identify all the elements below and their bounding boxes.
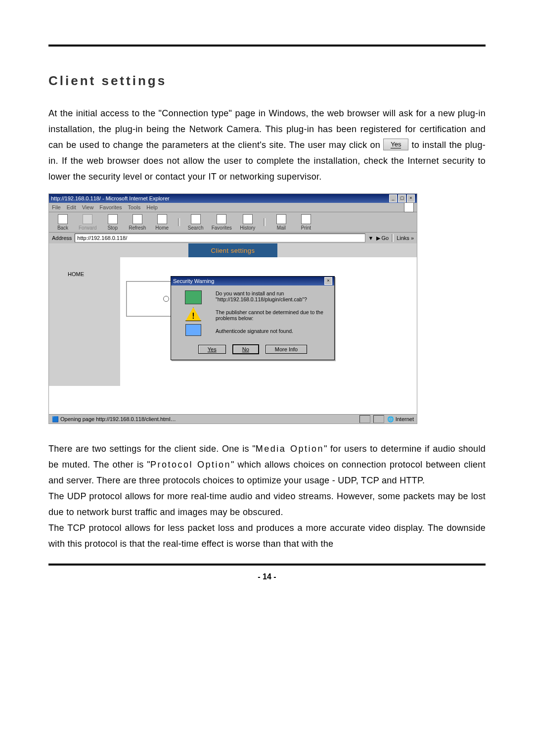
tb-stop-label: Stop bbox=[107, 225, 118, 231]
refresh-icon bbox=[133, 214, 142, 224]
menu-file[interactable]: File bbox=[52, 204, 61, 210]
ie-logo-icon bbox=[404, 202, 414, 212]
dialog-moreinfo-button[interactable]: More Info bbox=[266, 345, 307, 354]
menu-view[interactable]: View bbox=[82, 204, 94, 210]
favorites-icon bbox=[217, 214, 226, 224]
bottom-rule bbox=[48, 564, 486, 566]
inline-yes-text: Yes bbox=[391, 141, 401, 148]
protocol-option-term: Protocol Option bbox=[150, 460, 231, 470]
dialog-more-label: More Info bbox=[275, 346, 298, 352]
tb-home[interactable]: Home bbox=[153, 214, 171, 231]
status-text: Opening page http://192.168.0.118/client… bbox=[60, 416, 176, 422]
screenshot-ie-window: http://192.168.0.118/ - Microsoft Intern… bbox=[48, 193, 417, 424]
dialog-title-text: Security Warning bbox=[173, 278, 214, 284]
address-label: Address bbox=[52, 235, 72, 241]
tb-print-label: Print bbox=[301, 225, 312, 231]
home-icon bbox=[157, 214, 167, 224]
top-rule bbox=[48, 45, 486, 47]
address-value: http://192.168.0.118/ bbox=[77, 235, 127, 241]
warning-icon: ! bbox=[185, 307, 201, 321]
status-cell bbox=[359, 415, 370, 423]
tb-refresh[interactable]: Refresh bbox=[129, 214, 146, 231]
tb-favorites[interactable]: Favorites bbox=[212, 214, 232, 231]
tb-mail-label: Mail bbox=[277, 225, 286, 231]
tb-back-label: Back bbox=[57, 225, 68, 231]
ie-titlebar: http://192.168.0.118/ - Microsoft Intern… bbox=[49, 194, 417, 203]
ie-menubar: File Edit View Favorites Tools Help bbox=[49, 203, 417, 212]
maximize-icon[interactable]: ▢ bbox=[398, 194, 406, 202]
content-sidebar bbox=[49, 257, 120, 386]
inline-yes-chip: Yes bbox=[383, 139, 408, 150]
dialog-no-button[interactable]: No bbox=[233, 345, 259, 354]
ie-title-text: http://192.168.0.118/ - Microsoft Intern… bbox=[51, 195, 170, 201]
ie-addressbar: Address http://192.168.0.118/ ▼ ▶Go Link… bbox=[49, 233, 417, 244]
page-number: - 14 - bbox=[48, 572, 486, 581]
dialog-line2: The publisher cannot be determined due t… bbox=[216, 309, 329, 321]
go-label: Go bbox=[381, 235, 389, 241]
mail-icon bbox=[276, 214, 286, 224]
toolbar-separator bbox=[178, 218, 180, 226]
tb-forward: Forward bbox=[79, 214, 97, 231]
address-input[interactable]: http://192.168.0.118/ bbox=[75, 234, 365, 242]
ie-statusbar: 🟦 Opening page http://192.168.0.118/clie… bbox=[49, 414, 417, 424]
intro-paragraph: At the initial access to the "Connection… bbox=[48, 105, 486, 185]
status-cell bbox=[373, 415, 384, 423]
dialog-yes-label: Yes bbox=[208, 346, 217, 352]
paragraph-3: The UDP protocol allows for more real-ti… bbox=[48, 488, 486, 520]
history-icon bbox=[243, 214, 253, 224]
search-icon bbox=[191, 214, 201, 224]
tb-print[interactable]: Print bbox=[297, 214, 315, 231]
forward-icon bbox=[83, 214, 92, 224]
menu-edit[interactable]: Edit bbox=[67, 204, 76, 210]
print-icon bbox=[301, 214, 311, 224]
paragraph-2: There are two settings for the client si… bbox=[48, 441, 486, 488]
tb-back[interactable]: Back bbox=[54, 214, 72, 231]
page-title: Client settings bbox=[48, 73, 486, 89]
video-placeholder bbox=[126, 281, 172, 317]
ie-content-area: Client settings HOME Security Warning × … bbox=[49, 243, 417, 415]
ie-toolbar: Back Forward Stop Refresh Home Search Fa… bbox=[49, 212, 417, 233]
paragraph-4: The TCP protocol allows for less packet … bbox=[48, 520, 486, 552]
content-header-right bbox=[277, 243, 417, 257]
toolbar-separator bbox=[264, 218, 266, 226]
dialog-titlebar: Security Warning × bbox=[171, 277, 334, 285]
menu-tools[interactable]: Tools bbox=[128, 204, 141, 210]
tb-history-label: History bbox=[240, 225, 255, 231]
tb-refresh-label: Refresh bbox=[129, 225, 146, 231]
menu-favorites[interactable]: Favorites bbox=[99, 204, 122, 210]
minimize-icon[interactable]: _ bbox=[389, 194, 397, 202]
tb-search-label: Search bbox=[188, 225, 204, 231]
menu-help[interactable]: Help bbox=[146, 204, 158, 210]
software-icon bbox=[185, 324, 201, 336]
dialog-line3: Authenticode signature not found. bbox=[216, 328, 329, 334]
tb-stop[interactable]: Stop bbox=[104, 214, 122, 231]
home-link[interactable]: HOME bbox=[68, 271, 84, 277]
dialog-yes-button[interactable]: Yes bbox=[198, 345, 226, 354]
dialog-no-label: No bbox=[242, 346, 249, 352]
back-icon bbox=[58, 214, 68, 224]
tb-history[interactable]: History bbox=[239, 214, 257, 231]
content-header-title: Client settings bbox=[188, 243, 277, 257]
computer-icon bbox=[185, 290, 202, 304]
tb-forward-label: Forward bbox=[79, 225, 97, 231]
media-option-term: Media Option bbox=[256, 444, 324, 454]
zone-text: Internet bbox=[396, 416, 414, 422]
security-warning-dialog: Security Warning × ! Do you want to inst… bbox=[171, 276, 335, 360]
tb-mail[interactable]: Mail bbox=[272, 214, 290, 231]
links-label[interactable]: Links » bbox=[397, 235, 414, 241]
go-button[interactable]: ▶Go bbox=[376, 235, 389, 241]
dialog-line1: Do you want to install and run "http://1… bbox=[216, 290, 329, 302]
addr-separator bbox=[392, 234, 394, 242]
stop-icon bbox=[108, 214, 118, 224]
tb-favorites-label: Favorites bbox=[212, 225, 232, 231]
close-icon[interactable]: × bbox=[407, 194, 415, 202]
dialog-close-icon[interactable]: × bbox=[324, 277, 332, 285]
p2-a: There are two settings for the client si… bbox=[48, 444, 256, 454]
tb-search[interactable]: Search bbox=[187, 214, 205, 231]
content-header-left bbox=[49, 243, 188, 257]
tb-home-label: Home bbox=[155, 225, 169, 231]
